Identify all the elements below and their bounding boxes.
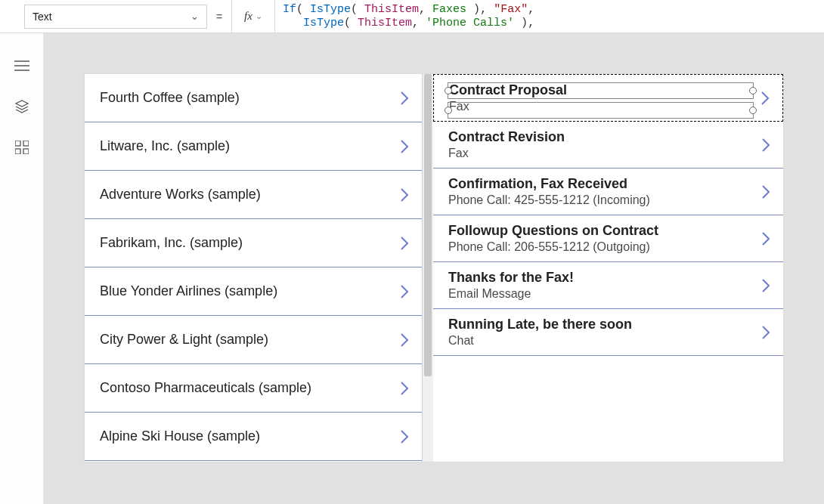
- activity-list-item[interactable]: Thanks for the Fax!Email Message: [433, 262, 783, 309]
- activity-title: Contract Proposal: [449, 82, 567, 98]
- account-list-item[interactable]: Blue Yonder Airlines (sample): [85, 267, 422, 316]
- equals-label: =: [207, 11, 231, 23]
- activities-gallery[interactable]: Contract ProposalFaxContract RevisionFax…: [433, 74, 783, 462]
- chevron-right-icon[interactable]: [760, 230, 771, 248]
- activity-title: Contract Revision: [448, 129, 565, 145]
- svg-rect-2: [15, 149, 20, 154]
- svg-rect-1: [23, 141, 29, 146]
- components-icon[interactable]: [14, 139, 30, 156]
- account-list-item[interactable]: Fabrikam, Inc. (sample): [85, 219, 422, 267]
- activity-subtitle: Fax: [448, 147, 565, 160]
- activity-text: Running Late, be there soonChat: [448, 317, 632, 348]
- svg-rect-3: [23, 149, 29, 154]
- activity-list-item[interactable]: Running Late, be there soonChat: [433, 309, 783, 356]
- account-list-item[interactable]: Litware, Inc. (sample): [85, 122, 422, 171]
- account-list-item[interactable]: Fourth Coffee (sample): [85, 74, 422, 122]
- fx-dropdown[interactable]: fx ⌄: [231, 0, 275, 33]
- hamburger-icon[interactable]: [14, 57, 30, 74]
- canvas-area: Fourth Coffee (sample)Litware, Inc. (sam…: [44, 33, 824, 504]
- accounts-gallery[interactable]: Fourth Coffee (sample)Litware, Inc. (sam…: [85, 74, 423, 462]
- activity-list-item[interactable]: Confirmation, Fax ReceivedPhone Call: 42…: [433, 169, 783, 215]
- property-selector-value: Text: [33, 11, 52, 23]
- account-title: Contoso Pharmaceuticals (sample): [100, 380, 311, 396]
- account-title: City Power & Light (sample): [100, 332, 268, 348]
- chevron-right-icon[interactable]: [760, 323, 771, 342]
- chevron-right-icon[interactable]: [399, 428, 410, 446]
- chevron-right-icon[interactable]: [760, 89, 770, 107]
- chevron-right-icon[interactable]: [399, 331, 410, 349]
- chevron-right-icon[interactable]: [399, 89, 410, 107]
- svg-rect-0: [15, 141, 20, 146]
- activity-text: Contract ProposalFax: [449, 82, 567, 113]
- chevron-right-icon[interactable]: [399, 138, 410, 156]
- activity-list-item[interactable]: Contract ProposalFax: [433, 74, 783, 122]
- layers-icon[interactable]: [14, 98, 30, 115]
- property-selector[interactable]: Text ⌄: [24, 5, 207, 29]
- account-title: Fourth Coffee (sample): [100, 90, 240, 106]
- activity-subtitle: Fax: [449, 100, 567, 113]
- activity-title: Followup Questions on Contract: [448, 223, 658, 239]
- activity-text: Confirmation, Fax ReceivedPhone Call: 42…: [448, 176, 650, 207]
- chevron-down-icon: ⌄: [191, 11, 199, 22]
- activity-text: Contract RevisionFax: [448, 129, 565, 160]
- activity-subtitle: Email Message: [448, 287, 574, 301]
- account-list-item[interactable]: City Power & Light (sample): [85, 316, 422, 364]
- activity-subtitle: Phone Call: 206-555-1212 (Outgoing): [448, 240, 658, 254]
- formula-input[interactable]: If( IsType( ThisItem, Faxes ), "Fax", Is…: [275, 0, 824, 33]
- account-title: Adventure Works (sample): [100, 187, 261, 203]
- activity-title: Confirmation, Fax Received: [448, 176, 650, 192]
- account-list-item[interactable]: Adventure Works (sample): [85, 171, 422, 219]
- scrollbar-thumb[interactable]: [424, 74, 432, 376]
- activity-text: Thanks for the Fax!Email Message: [448, 270, 574, 301]
- resize-handle[interactable]: [749, 107, 757, 114]
- chevron-right-icon[interactable]: [399, 186, 410, 204]
- chevron-right-icon[interactable]: [399, 283, 410, 301]
- activity-subtitle: Phone Call: 425-555-1212 (Incoming): [448, 193, 650, 207]
- activity-list-item[interactable]: Contract RevisionFax: [433, 122, 783, 169]
- app-preview: Fourth Coffee (sample)Litware, Inc. (sam…: [85, 74, 783, 462]
- account-title: Alpine Ski House (sample): [100, 428, 260, 444]
- formula-bar: Text ⌄ = fx ⌄ If( IsType( ThisItem, Faxe…: [0, 0, 824, 33]
- account-title: Blue Yonder Airlines (sample): [100, 283, 277, 299]
- chevron-right-icon[interactable]: [399, 379, 410, 397]
- account-list-item[interactable]: Alpine Ski House (sample): [85, 413, 422, 461]
- account-title: Fabrikam, Inc. (sample): [100, 235, 243, 251]
- left-rail: [0, 33, 44, 504]
- activity-title: Running Late, be there soon: [448, 317, 632, 332]
- resize-handle[interactable]: [749, 87, 757, 94]
- activity-subtitle: Chat: [448, 334, 632, 348]
- activity-title: Thanks for the Fax!: [448, 270, 574, 286]
- chevron-right-icon[interactable]: [760, 183, 771, 201]
- gallery-scrollbar[interactable]: [423, 74, 433, 462]
- account-title: Litware, Inc. (sample): [100, 138, 230, 154]
- chevron-right-icon[interactable]: [399, 234, 410, 252]
- activity-text: Followup Questions on ContractPhone Call…: [448, 223, 658, 254]
- fx-label: fx: [244, 10, 252, 23]
- account-list-item[interactable]: Contoso Pharmaceuticals (sample): [85, 364, 422, 413]
- chevron-right-icon[interactable]: [760, 277, 771, 295]
- chevron-down-icon: ⌄: [256, 11, 262, 21]
- activity-list-item[interactable]: Followup Questions on ContractPhone Call…: [433, 215, 783, 262]
- chevron-right-icon[interactable]: [760, 136, 771, 154]
